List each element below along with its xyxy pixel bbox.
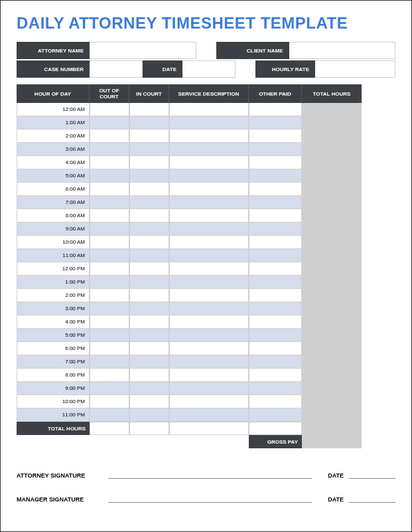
in-court-cell[interactable] [129,408,169,422]
in-court-cell[interactable] [129,116,169,130]
service-cell[interactable] [169,355,249,369]
service-cell[interactable] [169,183,249,196]
manager-date-line[interactable] [349,493,395,503]
out-of-court-cell[interactable] [90,395,129,408]
other-paid-cell[interactable] [249,342,302,355]
in-court-cell[interactable] [129,249,169,262]
service-cell[interactable] [169,395,249,408]
other-paid-cell[interactable] [249,289,302,302]
in-court-cell[interactable] [129,355,169,369]
other-paid-cell[interactable] [249,116,302,130]
manager-signature-line[interactable] [108,493,312,503]
other-paid-cell[interactable] [249,262,302,276]
service-cell[interactable] [169,369,249,382]
in-court-cell[interactable] [129,236,169,249]
other-paid-cell[interactable] [249,183,302,196]
service-cell[interactable] [169,262,249,276]
other-paid-cell[interactable] [249,382,302,395]
out-of-court-cell[interactable] [90,169,129,183]
service-cell[interactable] [169,289,249,302]
other-paid-cell[interactable] [249,222,302,236]
in-court-cell[interactable] [129,262,169,276]
service-cell[interactable] [169,169,249,183]
out-of-court-cell[interactable] [90,183,129,196]
attorney-name-field[interactable] [90,42,196,59]
in-court-cell[interactable] [129,395,169,408]
service-cell[interactable] [169,249,249,262]
service-cell[interactable] [169,156,249,169]
other-paid-cell[interactable] [249,315,302,329]
in-court-cell[interactable] [129,196,169,209]
out-of-court-cell[interactable] [90,276,129,289]
in-court-cell[interactable] [129,169,169,183]
service-cell[interactable] [169,342,249,355]
other-paid-cell[interactable] [249,130,302,143]
out-of-court-cell[interactable] [90,329,129,342]
in-court-cell[interactable] [129,382,169,395]
other-paid-cell[interactable] [249,355,302,369]
other-paid-cell[interactable] [249,143,302,156]
out-of-court-cell[interactable] [90,289,129,302]
service-cell[interactable] [169,143,249,156]
in-court-cell[interactable] [129,369,169,382]
in-court-cell[interactable] [129,143,169,156]
out-of-court-cell[interactable] [90,382,129,395]
out-of-court-cell[interactable] [90,130,129,143]
service-cell[interactable] [169,382,249,395]
out-of-court-cell[interactable] [90,342,129,355]
other-paid-cell[interactable] [249,329,302,342]
in-court-cell[interactable] [129,302,169,315]
service-cell[interactable] [169,329,249,342]
service-cell[interactable] [169,276,249,289]
service-cell[interactable] [169,196,249,209]
out-of-court-cell[interactable] [90,369,129,382]
client-name-field[interactable] [289,42,396,59]
other-paid-cell[interactable] [249,169,302,183]
in-court-cell[interactable] [129,315,169,329]
other-paid-cell[interactable] [249,408,302,422]
other-paid-cell[interactable] [249,369,302,382]
out-of-court-cell[interactable] [90,103,129,116]
hourly-rate-field[interactable] [315,60,395,78]
out-of-court-cell[interactable] [90,249,129,262]
other-paid-cell[interactable] [249,156,302,169]
case-number-field[interactable] [90,60,143,78]
date-field[interactable] [182,60,236,78]
out-of-court-cell[interactable] [90,355,129,369]
other-paid-cell[interactable] [249,103,302,116]
in-court-cell[interactable] [129,329,169,342]
service-cell[interactable] [169,116,249,130]
other-paid-cell[interactable] [249,236,302,249]
other-paid-cell[interactable] [249,209,302,222]
other-paid-cell[interactable] [249,395,302,408]
in-court-cell[interactable] [129,342,169,355]
service-cell[interactable] [169,302,249,315]
service-cell[interactable] [169,236,249,249]
out-of-court-cell[interactable] [90,222,129,236]
service-cell[interactable] [169,130,249,143]
in-court-cell[interactable] [129,289,169,302]
in-court-cell[interactable] [129,209,169,222]
in-court-cell[interactable] [129,222,169,236]
attorney-date-line[interactable] [349,470,395,479]
out-of-court-cell[interactable] [90,209,129,222]
out-of-court-cell[interactable] [90,116,129,130]
out-of-court-cell[interactable] [90,315,129,329]
out-of-court-cell[interactable] [90,408,129,422]
service-cell[interactable] [169,315,249,329]
attorney-signature-line[interactable] [108,470,312,479]
out-of-court-cell[interactable] [90,156,129,169]
other-paid-cell[interactable] [249,196,302,209]
out-of-court-cell[interactable] [90,143,129,156]
in-court-cell[interactable] [129,103,169,116]
in-court-cell[interactable] [129,130,169,143]
service-cell[interactable] [169,222,249,236]
other-paid-cell[interactable] [249,276,302,289]
out-of-court-cell[interactable] [90,302,129,315]
service-cell[interactable] [169,408,249,422]
service-cell[interactable] [169,209,249,222]
service-cell[interactable] [169,103,249,116]
in-court-cell[interactable] [129,276,169,289]
out-of-court-cell[interactable] [90,236,129,249]
other-paid-cell[interactable] [249,249,302,262]
